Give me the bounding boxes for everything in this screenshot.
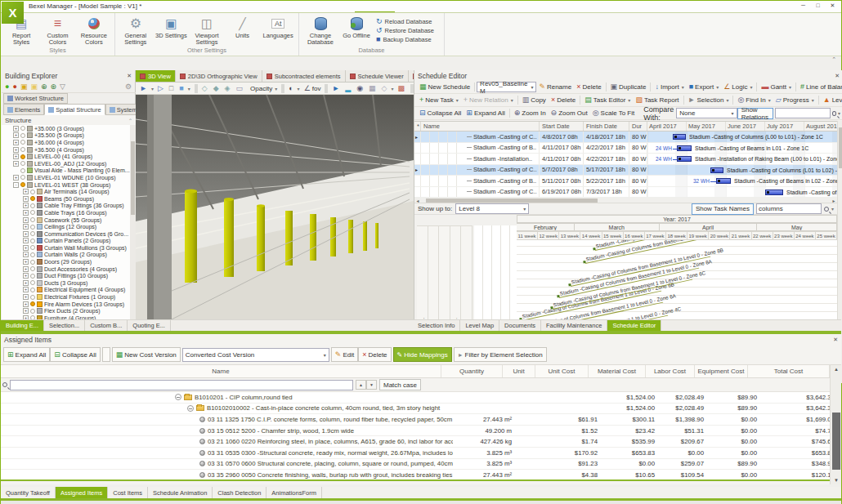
languages-button[interactable]: Languages — [261, 16, 295, 39]
show-task-names-button[interactable]: Show Task Names — [692, 203, 754, 215]
tree-visibility-radio[interactable] — [30, 225, 35, 230]
filter-icon[interactable]: ▽ — [60, 83, 65, 91]
visibility-eye-tool[interactable]: ◉ — [355, 83, 366, 94]
bottom-tab[interactable]: Schedule Animation — [148, 487, 213, 498]
tree-item[interactable]: + Duct Fittings (10 Groups) — [2, 272, 130, 279]
tree-visibility-radio[interactable] — [30, 217, 35, 222]
show-relations-button[interactable]: Show Relations — [737, 108, 774, 119]
gantt-bar[interactable] — [716, 178, 731, 184]
left-panel-tab[interactable]: Quoting E... — [128, 320, 171, 331]
new-relation-button[interactable]: +New Relation — [461, 95, 516, 106]
column-header-name[interactable]: Name — [421, 122, 540, 131]
tree-item[interactable]: + Doors (29 Groups) — [2, 258, 130, 265]
tree-visibility-radio[interactable] — [30, 231, 35, 236]
schedule-task-row[interactable]: Stadium -Casting of C.. 4/8/2017 08h 4/1… — [414, 132, 837, 143]
right-panel-tab[interactable]: Facility Maintenance — [541, 320, 607, 331]
row-expander-icon[interactable] — [187, 405, 194, 412]
gantt-button[interactable]: ▬Gantt — [759, 82, 794, 93]
task-start-cell[interactable]: 5/7/2017 08h — [540, 165, 584, 176]
task-name-cell[interactable]: Stadium -Installation.. — [421, 154, 540, 164]
opacity-dropdown[interactable]: Opacity — [247, 83, 279, 94]
tree-expander-icon[interactable]: + — [13, 154, 19, 159]
minimize-icon[interactable]: ─ — [796, 1, 810, 10]
schedule-select[interactable]: Rev05_Baseline M — [477, 82, 536, 92]
tree-item[interactable]: + Ceilings (12 Groups) — [2, 223, 130, 230]
search-prev-icon[interactable]: ▲ — [356, 380, 366, 390]
tree-item[interactable]: + Curtain Walls (2 Groups) — [2, 252, 130, 259]
tree-expander-icon[interactable]: + — [13, 161, 19, 167]
leveling-button[interactable]: ▲Leveling — [821, 95, 842, 106]
walk-mode-tool[interactable]: ► — [330, 83, 343, 94]
schedule-task-row[interactable]: Stadium -Casting of C.. 6/19/2017 08h 7/… — [414, 187, 837, 198]
3d-scene[interactable] — [136, 95, 414, 319]
gantt-row[interactable]: 24 WH Stadium -Casting of Beams in L01 -… — [647, 143, 837, 154]
bottom-tab[interactable]: Cost Items — [108, 487, 148, 498]
tree-expander-icon[interactable]: + — [23, 252, 29, 257]
task-name-cell[interactable]: Stadium -Casting of B.. — [421, 143, 540, 154]
change-database-button[interactable]: Change Database — [302, 16, 338, 46]
column-header-total-cost[interactable]: Total Cost — [748, 365, 830, 377]
tree-visibility-radio[interactable] — [30, 295, 35, 300]
bottom-tab[interactable]: Quantity Takeoff — [1, 487, 56, 498]
gantt-bar[interactable] — [673, 134, 686, 140]
pointer-tool[interactable]: ▷ — [156, 83, 167, 94]
section-plane-tool[interactable]: ▭ — [235, 83, 247, 94]
row-expander-icon[interactable] — [175, 394, 181, 400]
schedule-task-row[interactable]: Stadium -Installation.. 4/11/2017 08h 4/… — [414, 154, 837, 165]
tree-visibility-radio[interactable] — [30, 190, 35, 194]
diamond-tool[interactable]: ◇ — [380, 83, 396, 94]
3d-settings-button[interactable]: 3D Settings — [155, 16, 189, 39]
duplicate-button[interactable]: ▣Duplicate — [608, 82, 649, 93]
new-cost-version-button[interactable]: ▦New Cost Version — [112, 347, 181, 362]
tree-item[interactable]: + Curtain Wall Mullions (3 Groups) — [2, 244, 130, 252]
tree-item[interactable]: + +35.500 (5 Groups) — [2, 132, 130, 140]
zoom-in-button[interactable]: ⊕Zoom In — [512, 108, 549, 119]
column-header-quantity[interactable]: Quantity — [441, 365, 503, 377]
gantt-bar[interactable] — [677, 156, 692, 162]
item-name-cell[interactable]: 03 35 2960 0050 Concrete finishing, wall… — [1, 470, 453, 480]
delete-task-button[interactable]: ×Delete — [549, 95, 578, 106]
column-header-unit-cost[interactable]: Unit Cost — [535, 365, 589, 377]
tree-expander-icon[interactable]: + — [23, 238, 29, 243]
explorer-tab[interactable]: Spatial Structure — [44, 104, 105, 115]
assigned-item-row[interactable]: 03 31 0535 0300 -Structural concrete, re… — [1, 448, 841, 459]
assigned-item-row[interactable]: 03 15 0512 5200 - Chamfer strip, wood, 1… — [1, 426, 841, 437]
shading-mode-tool[interactable]: ◐ — [287, 83, 301, 94]
expand-all-button[interactable]: ⊞Expand All — [3, 347, 50, 362]
tree-visibility-radio[interactable] — [20, 182, 25, 187]
tree-item[interactable]: Visual Aide - Mass Planting (0 Elem... — [2, 167, 130, 175]
bottom-tab[interactable]: AnimationsForm — [266, 487, 322, 498]
tree-visibility-radio[interactable] — [30, 252, 35, 257]
select-tool[interactable]: ► — [138, 83, 155, 94]
tree-item[interactable]: + Electrical Equipment (4 Groups) — [2, 287, 130, 294]
cost-version-select[interactable]: Converted Cost Version — [182, 348, 329, 362]
assigned-vertical-scrollbar[interactable]: ▲ ▼ — [830, 365, 841, 484]
task-duration-cell[interactable]: 80 W — [629, 176, 647, 186]
general-settings-button[interactable]: General Settings — [119, 16, 153, 46]
bottom-tab[interactable]: Assigned Items — [56, 487, 108, 498]
tree-visibility-radio[interactable] — [20, 147, 25, 152]
tree-visibility-radio[interactable] — [30, 309, 35, 314]
tree-item[interactable]: + LEVEL-00 (41 Groups) — [2, 153, 130, 160]
gantt-bar[interactable] — [677, 145, 692, 151]
tree-expander-icon[interactable]: + — [23, 189, 29, 194]
marquee-select-tool[interactable]: □ — [168, 83, 177, 94]
task-finish-cell[interactable]: 4/18/2017 18h — [584, 132, 629, 142]
explorer-tab[interactable]: Elements — [3, 104, 44, 115]
task-start-cell[interactable]: 6/19/2017 08h — [540, 187, 584, 198]
tree-item[interactable]: + Cable Trays (16 Groups) — [2, 209, 130, 216]
tree-visibility-radio[interactable] — [20, 168, 25, 173]
maximize-icon[interactable]: □ — [811, 1, 825, 10]
item-name-cell[interactable]: 03 21 1060 0220 Reinforcing steel, in pl… — [1, 436, 453, 447]
search-next-icon[interactable]: ▼ — [366, 380, 377, 390]
tree-visibility-radio[interactable] — [20, 140, 25, 145]
assigned-item-row[interactable]: 03 11 1325 1750 C.I.P. concrete forms, c… — [1, 414, 841, 426]
tree-visibility-radio[interactable] — [30, 274, 35, 279]
task-finish-cell[interactable]: 4/22/2017 18h — [584, 143, 629, 154]
import-button[interactable]: ↓Import — [652, 82, 686, 93]
gantt-row[interactable]: 32 WH Stadium -Casting of Beams in L02 -… — [647, 176, 837, 186]
expand-all-button[interactable]: ⊞Expand All — [464, 108, 507, 119]
item-name-cell[interactable]: 03 31 0535 0300 -Structural concrete, re… — [1, 448, 453, 458]
reload-database-button[interactable]: ↻ Reload Database — [376, 17, 434, 25]
zoom-out-button[interactable]: ⊖Zoom Out — [549, 108, 590, 119]
